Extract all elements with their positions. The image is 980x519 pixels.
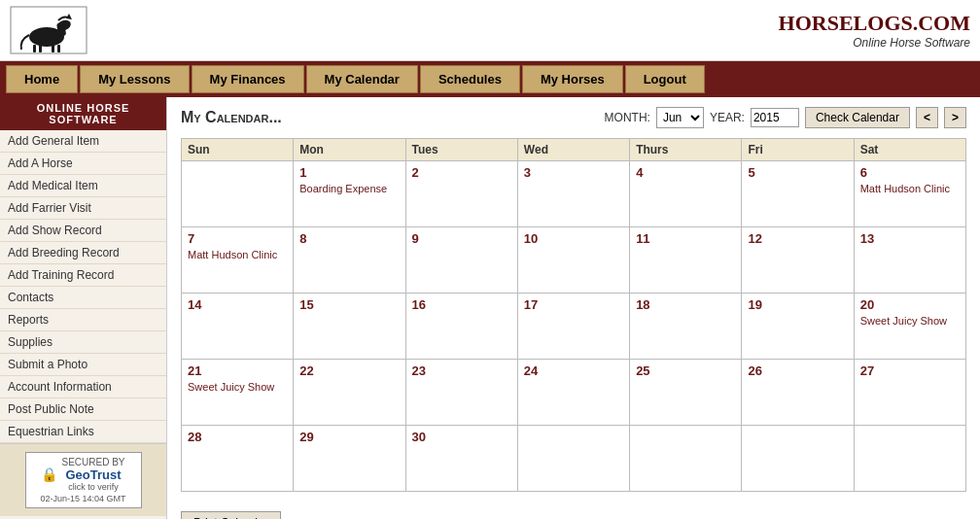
calendar-cell: 21Sweet Juicy Show	[182, 360, 294, 426]
sidebar-item-reports[interactable]: Reports	[0, 309, 166, 331]
calendar-event[interactable]: Matt Hudson Clinic	[860, 183, 960, 194]
calendar-cell: 20Sweet Juicy Show	[854, 294, 965, 360]
calendar-cell: 11	[630, 227, 742, 294]
day-number: 7	[188, 231, 287, 246]
calendar-cell: 13	[854, 227, 965, 294]
calendar-cell: 9	[405, 227, 517, 294]
sidebar-items: Add General ItemAdd A HorseAdd Medical I…	[0, 130, 166, 443]
nav-item-lessons[interactable]: My Lessons	[80, 65, 189, 93]
svg-rect-7	[57, 45, 60, 52]
check-calendar-button[interactable]: Check Calendar	[805, 107, 910, 128]
day-number: 9	[412, 231, 511, 246]
prev-month-button[interactable]: <	[916, 107, 938, 128]
day-number: 23	[412, 363, 511, 378]
calendar-event[interactable]: Sweet Juicy Show	[860, 315, 960, 327]
nav-item-schedules[interactable]: Schedules	[420, 65, 520, 93]
calendar-cell: 14	[182, 294, 294, 360]
calendar-cell: 16	[405, 294, 517, 360]
sidebar-item-post-note[interactable]: Post Public Note	[0, 398, 166, 421]
calendar-cell	[517, 426, 629, 492]
logo-subtitle: Online Horse Software	[779, 36, 970, 50]
calendar-cell: 15	[294, 294, 405, 360]
calendar-event[interactable]: Boarding Expense	[299, 183, 399, 194]
calendar-cell: 22	[294, 360, 405, 426]
logo-title: HORSELOGS.COM	[779, 11, 970, 36]
geotrust-badge[interactable]: 🔒 SECURED BY GeoTrust click to verify 02…	[25, 452, 142, 508]
next-month-button[interactable]: >	[944, 107, 966, 128]
calendar-week-4: 282930	[182, 426, 966, 492]
calendar-week-0: 1Boarding Expense23456Matt Hudson Clinic	[182, 161, 966, 227]
calendar-table: SunMonTuesWedThursFriSat 1Boarding Expen…	[181, 138, 966, 492]
col-header-thurs: Thurs	[630, 139, 742, 161]
day-number: 16	[412, 297, 511, 312]
nav-item-home[interactable]: Home	[6, 65, 78, 93]
calendar-cell: 18	[630, 294, 742, 360]
sidebar-item-submit-photo[interactable]: Submit a Photo	[0, 354, 166, 376]
calendar-event[interactable]: Matt Hudson Clinic	[188, 249, 287, 260]
sidebar-item-add-horse[interactable]: Add A Horse	[0, 153, 166, 175]
day-number: 12	[748, 231, 847, 246]
day-number: 8	[299, 231, 399, 246]
day-number: 10	[524, 231, 623, 246]
logo-area	[10, 6, 88, 54]
month-select[interactable]: JanFebMarApr MayJunJulAug SepOctNovDec	[656, 107, 704, 128]
sidebar-item-add-breeding[interactable]: Add Breeding Record	[0, 242, 166, 264]
calendar-week-1: 7Matt Hudson Clinic8910111213	[182, 227, 966, 294]
sidebar-item-add-training[interactable]: Add Training Record	[0, 264, 166, 287]
sidebar-item-account[interactable]: Account Information	[0, 376, 166, 398]
nav-item-logout[interactable]: Logout	[625, 65, 705, 93]
day-number: 15	[299, 297, 399, 312]
sidebar-item-add-general[interactable]: Add General Item	[0, 130, 166, 153]
day-number: 26	[748, 363, 847, 378]
col-header-tues: Tues	[405, 139, 517, 161]
nav-item-horses[interactable]: My Horses	[522, 65, 623, 93]
calendar-cell: 7Matt Hudson Clinic	[182, 227, 294, 294]
calendar-cell: 26	[742, 360, 854, 426]
header: HORSELOGS.COM Online Horse Software	[0, 0, 980, 61]
day-number: 14	[188, 297, 287, 312]
sidebar-item-eq-links[interactable]: Equestrian Links	[0, 421, 166, 443]
main-layout: ONLINE HORSE SOFTWARE Add General ItemAd…	[0, 97, 980, 519]
geotrust-date: 02-Jun-15 14:04 GMT	[30, 494, 137, 503]
calendar-cell: 1Boarding Expense	[294, 161, 405, 227]
calendar-event[interactable]: Sweet Juicy Show	[188, 381, 287, 393]
nav-item-calendar[interactable]: My Calendar	[306, 65, 418, 93]
print-calendar-button[interactable]: Print Calendar	[181, 511, 281, 519]
sidebar-item-add-medical[interactable]: Add Medical Item	[0, 175, 166, 197]
year-label: YEAR:	[710, 111, 745, 124]
main-nav: HomeMy LessonsMy FinancesMy CalendarSche…	[0, 61, 980, 97]
calendar-cell: 2	[405, 161, 517, 227]
col-header-sat: Sat	[854, 139, 965, 161]
calendar-cell: 29	[294, 426, 405, 492]
day-number: 20	[860, 297, 960, 312]
day-number: 1	[299, 165, 399, 180]
sidebar-item-supplies[interactable]: Supplies	[0, 331, 166, 354]
year-input[interactable]	[751, 108, 799, 127]
content-header: My Calendar... MONTH: JanFebMarApr MayJu…	[181, 107, 966, 128]
sidebar-item-add-show[interactable]: Add Show Record	[0, 220, 166, 242]
sidebar-item-contacts[interactable]: Contacts	[0, 287, 166, 309]
col-header-fri: Fri	[742, 139, 854, 161]
sidebar-item-add-farrier[interactable]: Add Farrier Visit	[0, 197, 166, 220]
calendar-cell: 25	[630, 360, 742, 426]
nav-item-finances[interactable]: My Finances	[192, 65, 304, 93]
calendar-cell: 17	[517, 294, 629, 360]
col-header-wed: Wed	[517, 139, 629, 161]
geotrust-sub: click to verify	[61, 482, 124, 492]
geotrust-name: GeoTrust	[61, 467, 124, 482]
calendar-cell: 24	[517, 360, 629, 426]
day-number: 22	[299, 363, 399, 378]
day-number: 2	[412, 165, 511, 180]
col-header-sun: Sun	[182, 139, 294, 161]
month-label: MONTH:	[605, 111, 650, 124]
day-number: 3	[524, 165, 623, 180]
calendar-cell: 27	[854, 360, 965, 426]
day-number: 27	[860, 363, 960, 378]
day-number: 11	[636, 231, 735, 246]
day-number: 13	[860, 231, 960, 246]
day-number: 4	[636, 165, 735, 180]
calendar-cell	[630, 426, 742, 492]
content-area: My Calendar... MONTH: JanFebMarApr MayJu…	[167, 97, 980, 519]
lock-icon: 🔒	[41, 467, 57, 482]
calendar-cell	[182, 161, 294, 227]
